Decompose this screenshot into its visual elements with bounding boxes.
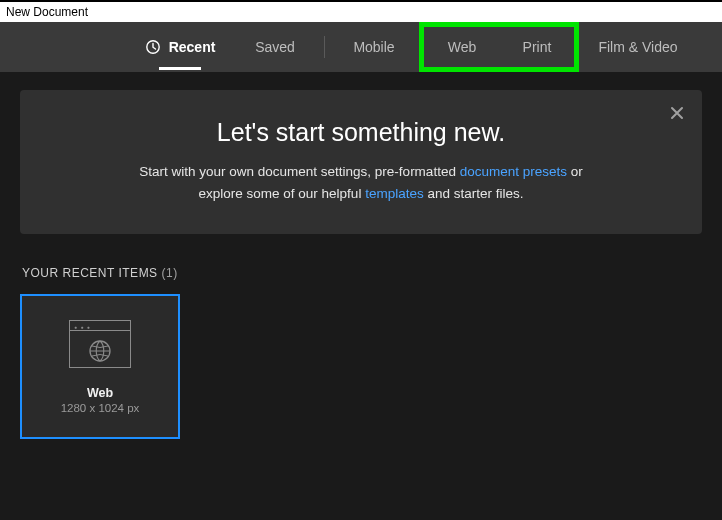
globe-icon (88, 339, 112, 367)
banner-text: Start with your own document settings, p… (139, 164, 459, 179)
templates-link[interactable]: templates (365, 186, 424, 201)
window-title: New Document (6, 5, 88, 19)
section-count: (1) (161, 266, 177, 280)
recent-items-label: YOUR RECENT ITEMS (1) (22, 266, 722, 280)
item-meta: Web 1280 x 1024 px (61, 386, 140, 414)
tab-label: Film & Video (598, 39, 677, 55)
welcome-banner: Let's start something new. Start with yo… (20, 90, 702, 234)
tab-mobile[interactable]: Mobile (329, 22, 419, 72)
item-dimensions: 1280 x 1024 px (61, 402, 140, 414)
tab-label: Mobile (353, 39, 394, 55)
recent-icon (145, 39, 161, 55)
preset-thumbnail: ● ● ● (69, 320, 131, 368)
close-icon[interactable] (670, 104, 684, 125)
tab-recent[interactable]: Recent (130, 22, 230, 72)
banner-description: Start with your own document settings, p… (60, 161, 662, 204)
banner-text: explore some of our helpful (199, 186, 366, 201)
tab-label: Saved (255, 39, 295, 55)
banner-title: Let's start something new. (60, 118, 662, 147)
tab-label: Web (448, 39, 477, 55)
banner-text: or (567, 164, 583, 179)
tab-web[interactable]: Web (424, 27, 500, 67)
banner-text: and starter files. (424, 186, 524, 201)
tab-saved[interactable]: Saved (230, 22, 320, 72)
recent-item-card[interactable]: ● ● ● Web 1280 x 1024 px (20, 294, 180, 439)
tab-print[interactable]: Print (500, 27, 574, 67)
tab-divider (324, 36, 325, 58)
category-tabs: Recent Saved Mobile Web Print Film & Vid… (0, 22, 722, 72)
tab-label: Print (523, 39, 552, 55)
tab-film-video[interactable]: Film & Video (593, 22, 683, 72)
tab-label: Recent (169, 39, 216, 55)
item-title: Web (61, 386, 140, 400)
highlight-box: Web Print (419, 22, 579, 72)
window-title-bar: New Document (0, 0, 722, 22)
document-presets-link[interactable]: document presets (460, 164, 567, 179)
recent-items-grid: ● ● ● Web 1280 x 1024 px (0, 280, 722, 453)
section-label-text: YOUR RECENT ITEMS (22, 266, 158, 280)
